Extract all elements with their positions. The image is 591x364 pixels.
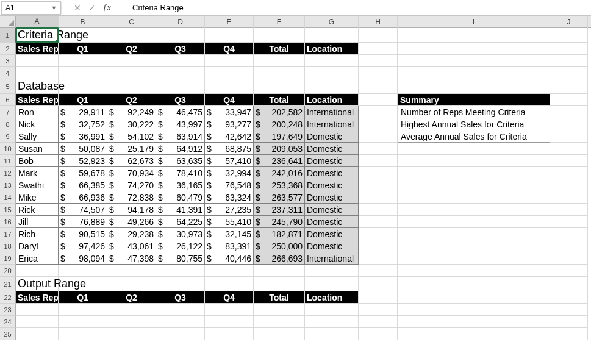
location-cell[interactable]: Domestic [305,143,359,155]
cell[interactable] [59,28,107,43]
currency-cell[interactable]: $76,889 [59,216,107,228]
currency-cell[interactable]: $197,649 [254,130,305,143]
cell[interactable] [359,216,398,228]
row-header-23[interactable]: 23 [0,304,16,316]
cell[interactable] [359,291,398,304]
rep-name[interactable]: Daryl [16,240,59,252]
location-cell[interactable]: Domestic [305,130,359,143]
rep-name[interactable]: Rich [16,228,59,240]
cell[interactable] [359,43,398,55]
table-header[interactable]: Q3 [156,43,205,55]
cell[interactable] [107,28,156,43]
location-cell[interactable]: Domestic [305,228,359,240]
table-header[interactable]: Total [254,94,305,106]
location-cell[interactable]: International [305,252,359,265]
currency-cell[interactable]: $42,642 [205,130,254,143]
rep-name[interactable]: Mark [16,167,59,179]
cell[interactable] [398,79,550,94]
rep-name[interactable]: Ron [16,106,59,118]
cell[interactable] [59,277,107,291]
rep-name[interactable]: Susan [16,143,59,155]
table-header[interactable]: Q1 [59,291,107,304]
cell[interactable] [359,204,398,216]
cell[interactable] [305,28,359,43]
cell[interactable] [305,328,359,340]
cell[interactable] [550,106,588,118]
cell[interactable] [107,304,156,316]
col-header-A[interactable]: A [16,16,59,28]
table-header[interactable]: Q4 [205,43,254,55]
cell[interactable] [550,179,588,191]
location-cell[interactable]: International [305,118,359,130]
cell[interactable] [59,67,107,79]
row-header-12[interactable]: 12 [0,167,16,179]
col-header-E[interactable]: E [205,16,254,28]
row-header-4[interactable]: 4 [0,67,16,79]
currency-cell[interactable]: $74,507 [59,204,107,216]
cell[interactable] [107,265,156,277]
spreadsheet-grid[interactable]: A B C D E F G H I J 1Criteria Range2Sale… [0,16,591,340]
summary-row[interactable]: Average Annual Sales for Criteria [398,130,550,143]
currency-cell[interactable]: $93,277 [205,118,254,130]
table-header[interactable]: Location [305,43,359,55]
currency-cell[interactable]: $26,122 [156,240,205,252]
rep-name[interactable]: Jill [16,216,59,228]
cell[interactable] [254,328,305,340]
currency-cell[interactable]: $62,673 [107,155,156,167]
table-header[interactable]: Sales Rep [16,43,59,55]
location-cell[interactable]: Domestic [305,216,359,228]
cell[interactable] [398,316,550,328]
currency-cell[interactable]: $59,678 [59,167,107,179]
currency-cell[interactable]: $66,385 [59,179,107,191]
cell[interactable] [359,28,398,43]
cell[interactable] [359,94,398,106]
row-header-17[interactable]: 17 [0,228,16,240]
rep-name[interactable]: Rick [16,204,59,216]
table-header[interactable]: Q1 [59,94,107,106]
currency-cell[interactable]: $63,914 [156,130,205,143]
row-header-3[interactable]: 3 [0,55,16,67]
row-header-2[interactable]: 2 [0,43,16,55]
cell[interactable] [398,291,550,304]
fx-icon[interactable]: ƒx [99,1,114,15]
cell[interactable] [398,277,550,291]
cell[interactable] [107,67,156,79]
cell[interactable] [254,277,305,291]
rep-name[interactable]: Nick [16,118,59,130]
row-header-9[interactable]: 9 [0,130,16,143]
currency-cell[interactable]: $90,515 [59,228,107,240]
currency-cell[interactable]: $250,000 [254,240,305,252]
cell[interactable] [550,291,588,304]
cell[interactable] [156,304,205,316]
currency-cell[interactable]: $98,094 [59,252,107,265]
criteria-range-title[interactable]: Criteria Range [16,28,59,43]
cell[interactable] [398,228,550,240]
row-header-13[interactable]: 13 [0,179,16,191]
cell[interactable] [156,28,205,43]
cell[interactable] [359,106,398,118]
currency-cell[interactable]: $74,270 [107,179,156,191]
col-header-H[interactable]: H [359,16,398,28]
cell[interactable] [359,228,398,240]
rep-name[interactable]: Mike [16,191,59,204]
cell[interactable] [59,304,107,316]
cell[interactable] [305,67,359,79]
cell[interactable] [205,304,254,316]
cell[interactable] [305,277,359,291]
table-header[interactable]: Sales Rep [16,94,59,106]
rep-name[interactable]: Erica [16,252,59,265]
currency-cell[interactable]: $32,752 [59,118,107,130]
row-header-11[interactable]: 11 [0,155,16,167]
table-header[interactable]: Q4 [205,291,254,304]
cell[interactable] [305,304,359,316]
currency-cell[interactable]: $63,635 [156,155,205,167]
cell[interactable] [359,55,398,67]
output-range-title[interactable]: Output Range [16,277,59,291]
row-header-22[interactable]: 22 [0,291,16,304]
cell[interactable] [359,167,398,179]
cell[interactable] [550,252,588,265]
currency-cell[interactable]: $52,923 [59,155,107,167]
cell[interactable] [205,265,254,277]
cell[interactable] [16,328,59,340]
cell[interactable] [359,328,398,340]
